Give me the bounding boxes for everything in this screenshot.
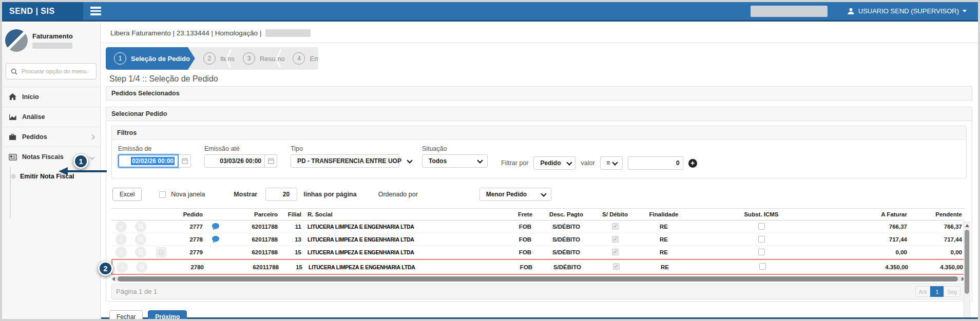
emissao-de-input[interactable]: 02/02/26 00:00: [118, 154, 179, 168]
briefcase-icon: [8, 133, 17, 141]
cell-frete: FOB: [510, 249, 541, 255]
panel-selecionar-pedido: Selecionar Pedido Filtros Emissão de 02/…: [106, 107, 972, 302]
step-separator: [225, 49, 233, 68]
user-icon: [847, 7, 855, 15]
step-itens[interactable]: 2 Itens: [195, 47, 235, 70]
cell-filial: 15: [281, 249, 304, 255]
s-debito-checkbox: [612, 236, 619, 243]
calendar-icon[interactable]: [179, 154, 191, 168]
user-menu[interactable]: USUARIO SEND (SUPERVISOR): [847, 7, 967, 15]
chevron-down-icon: [407, 157, 412, 163]
vertical-scrollbar[interactable]: [964, 222, 970, 321]
breadcrumb: Libera Faturamento | 23.133444 | Homolog…: [101, 23, 978, 43]
sidebar-item-label: Início: [22, 93, 39, 101]
step-resumo[interactable]: 3 Resumo: [235, 47, 284, 70]
table-row[interactable]: ✓ 2777 62011788 11 LITUCERA LIMPEZA E EN…: [111, 220, 965, 233]
redacted-block: [265, 29, 311, 37]
col-s-debito: S/ Débito: [592, 211, 638, 217]
situacao-select[interactable]: Todos: [422, 154, 488, 168]
table-row-highlighted[interactable]: ✓ 2780 62011788 15 LITUCERA LIMPEZA E EN…: [111, 259, 965, 275]
cell-pedido: 2779: [172, 249, 206, 255]
table-toolbar: Excel Nova janela Mostrar 20 linhas por …: [112, 188, 966, 201]
cell-parceiro: 62011788: [225, 236, 281, 243]
step-label: Seleção de Pedido: [131, 55, 190, 63]
ordenado-por-select[interactable]: Menor Pedido: [479, 188, 551, 201]
table-row[interactable]: ✓ 2778 62011788 13 LITUCERA LIMPEZA E EN…: [111, 233, 965, 246]
operator-select[interactable]: =: [600, 156, 623, 170]
panel-title: Pedidos Selecionados: [106, 86, 972, 101]
step-number: 2: [203, 52, 216, 65]
comment-icon[interactable]: [212, 223, 220, 231]
step-selecao-de-pedido[interactable]: 1 Seleção de Pedido: [106, 47, 195, 70]
tipo-select[interactable]: PD - TRANSFERENCIA ENTRE UOP: [291, 154, 399, 168]
table-row[interactable]: ✓ 2779 62011788 15 LITUCERA LIMPEZA E EN…: [111, 246, 965, 259]
panel-title: Selecionar Pedido: [106, 107, 972, 121]
cell-parceiro: 62011788: [226, 264, 282, 270]
cell-frete: FOB: [511, 264, 542, 270]
nova-janela-checkbox[interactable]: [159, 191, 166, 198]
add-filter-icon[interactable]: +: [688, 159, 697, 168]
col-filial: Filial: [281, 211, 304, 217]
col-pendente: Pendente: [910, 211, 965, 217]
scroll-left-icon[interactable]: [112, 277, 115, 281]
calendar-icon[interactable]: [265, 154, 277, 168]
zoom-row-icon[interactable]: [135, 221, 146, 232]
sidebar-item-pedidos[interactable]: Pedidos: [2, 127, 100, 147]
main-content: Libera Faturamento | 23.133444 | Homolog…: [101, 23, 978, 319]
cell-a-faturar: 4.350,00: [834, 264, 911, 270]
cell-pedido: 2780: [173, 264, 207, 270]
col-parceiro: Parceiro: [225, 211, 281, 217]
scroll-up-icon[interactable]: [965, 224, 969, 227]
ordenado-por-label: Ordenado por: [378, 191, 418, 198]
cell-desc-pagto: S/DÉBITO: [541, 236, 592, 243]
search-input[interactable]: [22, 68, 88, 74]
application-window: SEND | SIS USUARIO SEND (SUPERVISOR) Fat…: [0, 0, 980, 321]
linhas-input[interactable]: 20: [265, 188, 297, 201]
emissao-ate-input[interactable]: 03/03/26 00:00: [204, 154, 265, 168]
subst-icms-checkbox: [758, 249, 765, 255]
select-row-icon[interactable]: ✓: [116, 221, 127, 232]
s-debito-checkbox: [612, 223, 619, 230]
step-separator: [275, 49, 282, 68]
panel-pedidos-selecionados: Pedidos Selecionados: [106, 86, 972, 101]
sidebar-item-analise[interactable]: Análise: [2, 107, 100, 127]
select-row-icon[interactable]: ✓: [116, 247, 127, 258]
sidebar-item-emitir-nota-fiscal[interactable]: Emitir Nota Fiscal: [2, 167, 100, 186]
hamburger-menu-icon[interactable]: [90, 7, 101, 20]
filters-panel: Filtros Emissão de 02/02/26 00:00: [111, 126, 967, 178]
zoom-row-icon[interactable]: [135, 247, 146, 258]
pagination-bar: Página 1 de 1 Ant 1 Seg: [111, 284, 965, 299]
menu-search[interactable]: [6, 63, 97, 79]
chevron-down-icon: [541, 191, 546, 196]
cell-pendente: 717,44: [910, 236, 965, 243]
zoom-row-icon[interactable]: [135, 234, 146, 245]
cell-frete: FOB: [510, 236, 541, 243]
horizontal-scrollbar[interactable]: [111, 276, 965, 282]
zoom-row-icon[interactable]: [136, 262, 147, 273]
proximo-button[interactable]: Próximo: [148, 310, 187, 321]
fechar-button[interactable]: Fechar: [109, 310, 143, 321]
filtrar-por-select[interactable]: Pedido: [533, 156, 575, 170]
comment-icon[interactable]: [212, 235, 220, 244]
callout-badge-2: 2: [98, 261, 113, 276]
valor-input[interactable]: 0: [628, 156, 683, 170]
scrollbar-thumb[interactable]: [965, 230, 969, 294]
col-subst-icms: Subst. ICMS: [689, 211, 833, 217]
pagination-page-button[interactable]: 1: [930, 286, 944, 297]
document-icon[interactable]: [156, 247, 166, 257]
sidebar-item-inicio[interactable]: Início: [2, 87, 100, 107]
scrollbar-thumb[interactable]: [118, 276, 958, 282]
select-row-icon[interactable]: ✓: [117, 262, 128, 273]
excel-button[interactable]: Excel: [112, 188, 142, 201]
step-emissao[interactable]: 4 Emissão: [284, 47, 318, 70]
col-frete: Frete: [510, 211, 541, 217]
invoice-icon: [8, 154, 17, 161]
top-bar: SEND | SIS USUARIO SEND (SUPERVISOR): [2, 2, 978, 22]
mostrar-label: Mostrar: [234, 191, 257, 198]
home-icon: [8, 93, 17, 101]
select-row-icon[interactable]: ✓: [116, 234, 127, 245]
sidebar-item-label: Notas Fiscais: [22, 153, 64, 161]
cell-r-social: LITUCERA LIMPEZA E ENGENHARIA LTDA: [305, 264, 511, 270]
chevron-down-icon: [90, 154, 95, 159]
s-debito-checkbox: [613, 263, 620, 270]
